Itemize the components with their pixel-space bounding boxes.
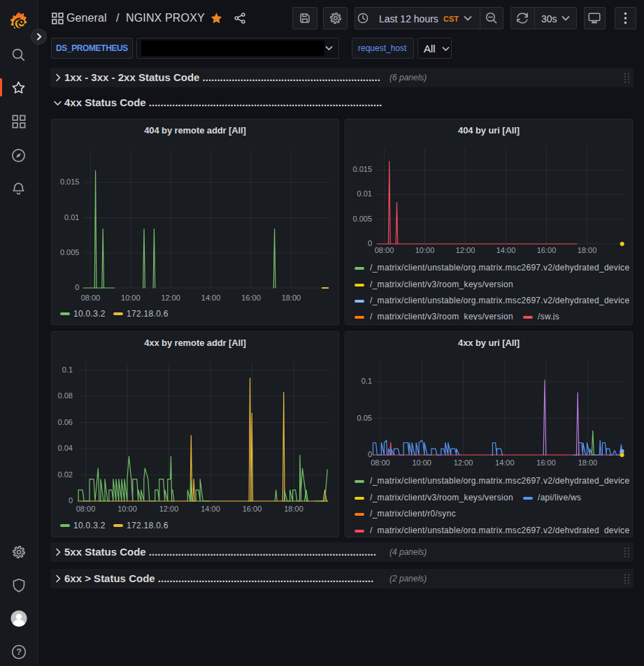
svg-text:?: ?	[16, 647, 22, 657]
